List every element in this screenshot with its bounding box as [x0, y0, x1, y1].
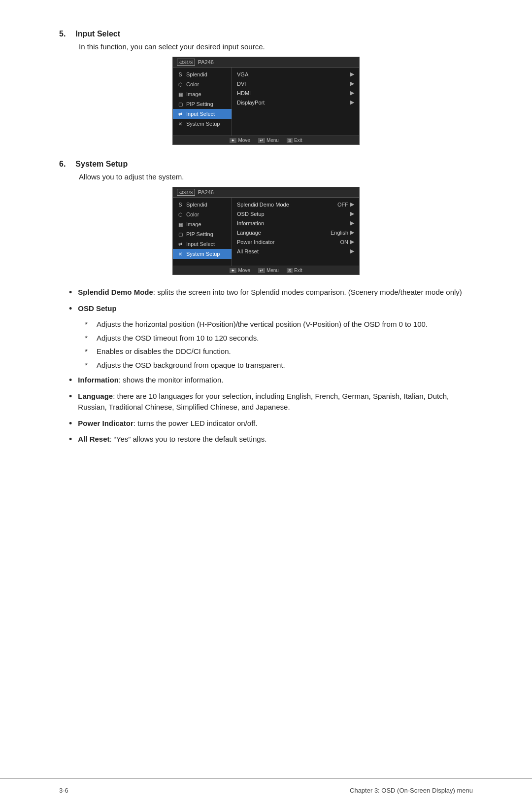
osd-row-power-indicator: Power Indicator ON ▶	[232, 237, 359, 246]
input-select-label-1: Input Select	[186, 111, 215, 117]
bullet-osd-setup: • OSD Setup	[69, 303, 473, 314]
move-icon-1: ✦	[230, 138, 236, 143]
osd-menu-image-2: ▦ Image	[173, 219, 232, 229]
sub-bullet-timeout-text: Adjusts the OSD timeout from 10 to 120 s…	[97, 333, 259, 344]
splendid-label-1: Splendid	[186, 71, 207, 77]
bullet-text-language: Language: there are 10 languages for you…	[78, 391, 473, 413]
pip-label-1: PIP Setting	[186, 101, 213, 107]
bullet-information: • Information: shows the monitor informa…	[69, 375, 473, 386]
osd-menu-color-1: ⬡ Color	[173, 79, 232, 89]
hdmi-label: HDMI	[237, 90, 350, 96]
exit-label-2: Exit	[294, 268, 302, 273]
information-arrow: ▶	[350, 220, 354, 226]
color-icon-1: ⬡	[177, 81, 184, 88]
bullet-text-splendid-demo: Splendid Demo Mode: splits the screen in…	[78, 287, 473, 298]
all-reset-rest: : “Yes” allows you to restore the defaul…	[110, 435, 267, 443]
menu-icon-2: ↵	[258, 268, 265, 273]
sub-bullet-hpos-text: Adjusts the horizontal position (H-Posit…	[97, 319, 428, 330]
bullet-text-power-indicator: Power Indicator: turns the power LED ind…	[78, 418, 473, 429]
pip-icon-2: ▢	[177, 231, 184, 238]
osd-content-col-1: VGA ▶ DVI ▶ HDMI ▶ DisplayPort ▶	[232, 68, 359, 136]
splendid-demo-rest: : splits the screen into two for Splendi…	[153, 288, 462, 296]
all-reset-arrow: ▶	[350, 248, 354, 254]
bullet-section: • Splendid Demo Mode: splits the screen …	[69, 287, 473, 445]
input-select-label-2: Input Select	[186, 241, 215, 247]
osd-menu-splendid-2: S Splendid	[173, 200, 232, 209]
section-5-heading: 5.Input Select	[59, 30, 473, 38]
pip-icon-1: ▢	[177, 101, 184, 107]
osd-row-splendid-demo: Splendid Demo Mode OFF ▶	[232, 200, 359, 209]
footer-exit-1: S Exit	[287, 138, 302, 143]
sub-bullet-hpos: * Adjusts the horizontal position (H-Pos…	[85, 319, 473, 330]
language-value: English	[331, 230, 348, 236]
vga-label: VGA	[237, 71, 350, 77]
osd-menu-system-setup-1: ✕ System Setup	[173, 119, 232, 129]
bullet-dot-6: •	[69, 435, 72, 444]
osd-box-input-select: /4SUS PA246 S Splendid ⬡ Color ▦ Image	[172, 57, 360, 145]
asus-logo-2: /4SUS	[177, 189, 195, 196]
splendid-demo-value: OFF	[337, 202, 348, 208]
exit-icon-1: S	[287, 138, 293, 143]
displayport-arrow: ▶	[350, 99, 354, 105]
bullet-dot-2: •	[69, 304, 72, 313]
power-indicator-row-label: Power Indicator	[237, 239, 340, 245]
information-bold: Information	[78, 376, 119, 384]
language-row-label: Language	[237, 230, 331, 236]
footer-move-1: ✦ Move	[230, 138, 250, 143]
star-4: *	[85, 360, 92, 371]
power-indicator-value: ON	[340, 239, 349, 245]
osd-model-1: PA246	[198, 59, 214, 65]
splendid-label-2: Splendid	[186, 202, 207, 208]
image-icon-2: ▦	[177, 221, 184, 228]
bullet-language: • Language: there are 10 languages for y…	[69, 391, 473, 413]
bullet-dot-3: •	[69, 376, 72, 384]
system-setup-label-2: System Setup	[186, 251, 220, 257]
section-5-number: 5.	[59, 30, 66, 38]
osd-row-osd-setup: OSD Setup ▶	[232, 209, 359, 218]
system-setup-label-1: System Setup	[186, 121, 220, 127]
osd-menu-system-setup-2: ✕ System Setup	[173, 249, 232, 259]
all-reset-row-label: All Reset	[237, 248, 350, 254]
splendid-demo-label: Splendid Demo Mode	[237, 202, 337, 208]
system-setup-icon-2: ✕	[177, 250, 184, 257]
osd-setup-row-label: OSD Setup	[237, 211, 350, 217]
power-indicator-arrow: ▶	[350, 239, 354, 245]
star-2: *	[85, 333, 92, 344]
information-rest: : shows the monitor information.	[119, 376, 224, 384]
splendid-icon-2: S	[177, 201, 184, 208]
move-label-1: Move	[238, 138, 250, 143]
star-3: *	[85, 346, 92, 357]
osd-footer-2: ✦ Move ↵ Menu S Exit	[173, 266, 359, 275]
star-1: *	[85, 319, 92, 330]
color-label-2: Color	[186, 211, 199, 217]
exit-icon-2: S	[287, 268, 293, 273]
section-6-number: 6.	[59, 160, 66, 168]
osd-row-information: Information ▶	[232, 218, 359, 228]
language-rest: : there are 10 languages for your select…	[78, 392, 449, 412]
image-icon-1: ▦	[177, 91, 184, 98]
section-6: 6.System Setup Allows you to adjust the …	[59, 160, 473, 445]
osd-row-language: Language English ▶	[232, 228, 359, 237]
bullet-dot-4: •	[69, 392, 72, 401]
footer-menu-2: ↵ Menu	[258, 268, 279, 273]
osd-content-col-2: Splendid Demo Mode OFF ▶ OSD Setup ▶ Inf…	[232, 198, 359, 266]
osd-menu-input-select-1: ⇄ Input Select	[173, 109, 232, 119]
input-select-icon-2: ⇄	[177, 241, 184, 247]
footer-page-number: 3-6	[59, 787, 68, 794]
displayport-label: DisplayPort	[237, 100, 350, 105]
dvi-arrow: ▶	[350, 80, 354, 87]
footer-exit-2: S Exit	[287, 268, 302, 273]
menu-label-2: Menu	[266, 268, 279, 273]
section-6-intro: Allows you to adjust the system.	[79, 173, 473, 181]
section-5: 5.Input Select In this function, you can…	[59, 30, 473, 145]
menu-label-1: Menu	[266, 138, 279, 143]
bullet-all-reset: • All Reset: “Yes” allows you to restore…	[69, 434, 473, 445]
splendid-icon-1: S	[177, 71, 184, 78]
osd-row-all-reset: All Reset ▶	[232, 246, 359, 256]
color-icon-2: ⬡	[177, 211, 184, 218]
osd-menu-image-1: ▦ Image	[173, 89, 232, 99]
sub-bullet-ddc-text: Enables or disables the DDC/CI function.	[97, 346, 231, 357]
bullet-splendid-demo-mode: • Splendid Demo Mode: splits the screen …	[69, 287, 473, 298]
osd-body-1: S Splendid ⬡ Color ▦ Image ▢ PIP Setting	[173, 68, 359, 136]
language-arrow: ▶	[350, 229, 354, 236]
